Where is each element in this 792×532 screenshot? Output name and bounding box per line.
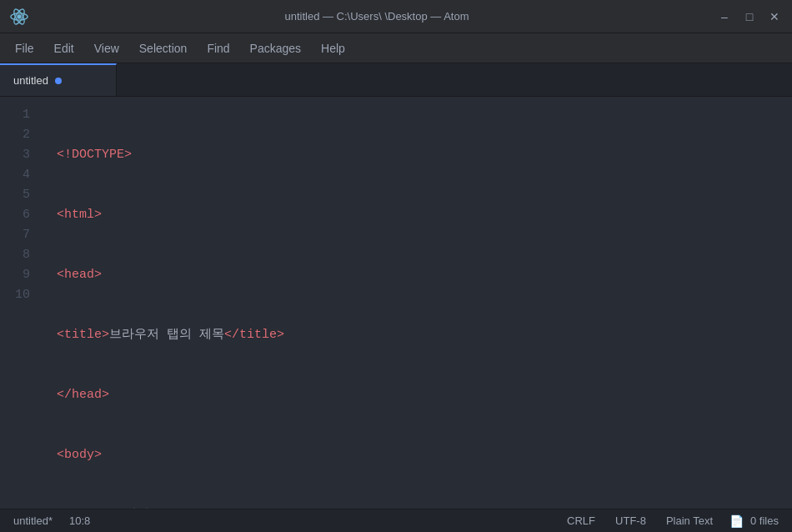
status-filename[interactable]: untitled* [10, 513, 56, 529]
status-left: untitled* 10:8 [10, 513, 564, 529]
window-title: untitled — C:\Users\ \Desktop — Atom [37, 10, 717, 23]
editor-area: 1 2 3 4 5 6 7 8 9 10 <!DOCTYPE> <html> <… [0, 97, 792, 509]
code-line-2: <html> [57, 205, 792, 225]
code-line-1: <!DOCTYPE> [57, 145, 792, 165]
svg-point-0 [17, 14, 22, 19]
title-bar: untitled — C:\Users\ \Desktop — Atom – □… [0, 0, 792, 33]
status-right: CRLF UTF-8 Plain Text 📄 0 files [564, 513, 782, 529]
status-encoding[interactable]: UTF-8 [612, 513, 649, 529]
status-bar: untitled* 10:8 CRLF UTF-8 Plain Text 📄 0… [0, 509, 792, 532]
code-line-6: <body> [57, 445, 792, 465]
line-number-10: 10 [0, 285, 33, 305]
line-number-2: 2 [0, 125, 33, 145]
files-icon: 📄 [729, 514, 744, 528]
line-number-9: 9 [0, 265, 33, 285]
status-files-count[interactable]: 0 files [747, 513, 782, 529]
menu-edit[interactable]: Edit [46, 38, 83, 58]
code-line-4: <title>브라우저 탭의 제목</title> [57, 325, 792, 345]
window-controls: – □ ✕ [717, 9, 782, 24]
status-grammar[interactable]: Plain Text [663, 513, 716, 529]
tab-modified-indicator [55, 78, 62, 84]
menu-find[interactable]: Find [198, 38, 238, 58]
line-number-6: 6 [0, 205, 33, 225]
line-number-5: 5 [0, 185, 33, 205]
line-number-1: 1 [0, 105, 33, 125]
maximize-button[interactable]: □ [742, 9, 757, 24]
line-number-8: 8 [0, 245, 33, 265]
menu-file[interactable]: File [7, 38, 43, 58]
line-number-3: 3 [0, 145, 33, 165]
tab-bar: untitled [0, 63, 792, 97]
line-number-4: 4 [0, 165, 33, 185]
code-line-5: </head> [57, 385, 792, 405]
tab-label: untitled [13, 74, 48, 87]
line-numbers: 1 2 3 4 5 6 7 8 9 10 [0, 97, 43, 509]
menu-packages[interactable]: Packages [242, 38, 309, 58]
code-editor[interactable]: <!DOCTYPE> <html> <head> <title>브라우저 탭의 … [43, 97, 792, 509]
atom-logo-icon [10, 8, 28, 26]
minimize-button[interactable]: – [717, 9, 732, 24]
menu-bar: File Edit View Selection Find Packages H… [0, 33, 792, 63]
tab-untitled[interactable]: untitled [0, 63, 117, 96]
menu-view[interactable]: View [86, 38, 128, 58]
tab-empty-area [117, 63, 792, 96]
code-line-3: <head> [57, 265, 792, 285]
status-line-ending[interactable]: CRLF [564, 513, 599, 529]
menu-selection[interactable]: Selection [131, 38, 196, 58]
menu-help[interactable]: Help [313, 38, 353, 58]
status-cursor-position[interactable]: 10:8 [66, 513, 93, 529]
close-button[interactable]: ✕ [767, 9, 782, 24]
status-files-container: 📄 0 files [729, 513, 782, 529]
line-number-7: 7 [0, 225, 33, 245]
